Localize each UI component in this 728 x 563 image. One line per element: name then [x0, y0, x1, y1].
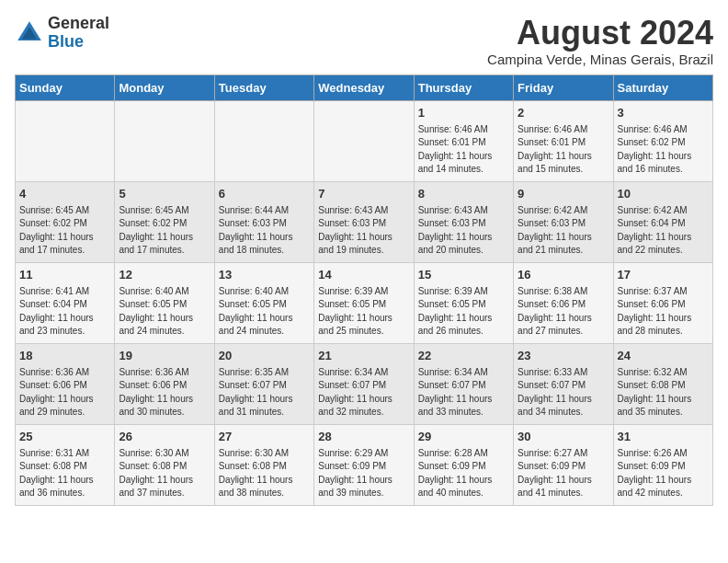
month-title: August 2024 — [487, 15, 713, 52]
day-info: Sunrise: 6:30 AM Sunset: 6:08 PM Dayligh… — [219, 447, 310, 500]
day-number: 9 — [518, 186, 609, 202]
day-info: Sunrise: 6:35 AM Sunset: 6:07 PM Dayligh… — [219, 366, 310, 419]
day-number: 11 — [19, 267, 110, 283]
day-number: 17 — [618, 267, 709, 283]
calendar-cell: 3Sunrise: 6:46 AM Sunset: 6:02 PM Daylig… — [613, 100, 712, 181]
calendar-header-cell: Sunday — [16, 75, 115, 100]
calendar-cell: 18Sunrise: 6:36 AM Sunset: 6:06 PM Dayli… — [16, 343, 115, 424]
calendar-cell — [314, 100, 414, 181]
day-info: Sunrise: 6:42 AM Sunset: 6:03 PM Dayligh… — [518, 204, 609, 258]
calendar-cell: 10Sunrise: 6:42 AM Sunset: 6:04 PM Dayli… — [613, 181, 712, 262]
day-number: 14 — [318, 267, 409, 283]
day-info: Sunrise: 6:45 AM Sunset: 6:02 PM Dayligh… — [19, 204, 110, 258]
calendar-cell — [115, 100, 214, 181]
day-number: 4 — [19, 186, 110, 202]
day-number: 10 — [618, 186, 709, 202]
day-info: Sunrise: 6:27 AM Sunset: 6:09 PM Dayligh… — [518, 447, 609, 500]
calendar-cell: 4Sunrise: 6:45 AM Sunset: 6:02 PM Daylig… — [16, 181, 115, 262]
calendar-cell: 24Sunrise: 6:32 AM Sunset: 6:08 PM Dayli… — [613, 343, 712, 424]
day-number: 28 — [318, 429, 409, 445]
calendar-cell: 17Sunrise: 6:37 AM Sunset: 6:06 PM Dayli… — [613, 262, 712, 343]
day-info: Sunrise: 6:39 AM Sunset: 6:05 PM Dayligh… — [318, 285, 409, 339]
calendar-cell: 2Sunrise: 6:46 AM Sunset: 6:01 PM Daylig… — [514, 100, 613, 181]
calendar-cell: 13Sunrise: 6:40 AM Sunset: 6:05 PM Dayli… — [214, 262, 313, 343]
location-title: Campina Verde, Minas Gerais, Brazil — [487, 52, 713, 67]
day-info: Sunrise: 6:36 AM Sunset: 6:06 PM Dayligh… — [119, 366, 210, 419]
calendar-week-row: 1Sunrise: 6:46 AM Sunset: 6:01 PM Daylig… — [16, 100, 713, 181]
day-info: Sunrise: 6:41 AM Sunset: 6:04 PM Dayligh… — [19, 285, 110, 339]
calendar-cell: 5Sunrise: 6:45 AM Sunset: 6:02 PM Daylig… — [115, 181, 214, 262]
day-info: Sunrise: 6:43 AM Sunset: 6:03 PM Dayligh… — [318, 204, 409, 258]
calendar-week-row: 25Sunrise: 6:31 AM Sunset: 6:08 PM Dayli… — [16, 424, 713, 505]
calendar-cell: 1Sunrise: 6:46 AM Sunset: 6:01 PM Daylig… — [414, 100, 513, 181]
calendar-cell: 28Sunrise: 6:29 AM Sunset: 6:09 PM Dayli… — [314, 424, 414, 505]
calendar-header-cell: Tuesday — [214, 75, 313, 100]
calendar-cell — [16, 100, 115, 181]
calendar-cell: 8Sunrise: 6:43 AM Sunset: 6:03 PM Daylig… — [414, 181, 513, 262]
calendar-cell: 22Sunrise: 6:34 AM Sunset: 6:07 PM Dayli… — [414, 343, 513, 424]
day-info: Sunrise: 6:40 AM Sunset: 6:05 PM Dayligh… — [119, 285, 210, 339]
calendar-header-cell: Friday — [514, 75, 613, 100]
calendar-header-cell: Saturday — [613, 75, 712, 100]
day-number: 1 — [418, 105, 509, 121]
day-number: 31 — [618, 429, 709, 445]
day-info: Sunrise: 6:43 AM Sunset: 6:03 PM Dayligh… — [418, 204, 509, 258]
day-info: Sunrise: 6:32 AM Sunset: 6:08 PM Dayligh… — [618, 366, 709, 419]
calendar-cell: 31Sunrise: 6:26 AM Sunset: 6:09 PM Dayli… — [613, 424, 712, 505]
day-number: 25 — [19, 429, 110, 445]
calendar-table: SundayMondayTuesdayWednesdayThursdayFrid… — [15, 75, 713, 506]
calendar-header-cell: Monday — [115, 75, 214, 100]
calendar-cell: 30Sunrise: 6:27 AM Sunset: 6:09 PM Dayli… — [514, 424, 613, 505]
day-info: Sunrise: 6:36 AM Sunset: 6:06 PM Dayligh… — [19, 366, 110, 419]
day-info: Sunrise: 6:28 AM Sunset: 6:09 PM Dayligh… — [418, 447, 509, 500]
day-number: 5 — [119, 186, 210, 202]
day-info: Sunrise: 6:31 AM Sunset: 6:08 PM Dayligh… — [19, 447, 110, 500]
day-info: Sunrise: 6:33 AM Sunset: 6:07 PM Dayligh… — [518, 366, 609, 419]
day-number: 6 — [219, 186, 310, 202]
calendar-cell: 9Sunrise: 6:42 AM Sunset: 6:03 PM Daylig… — [514, 181, 613, 262]
day-info: Sunrise: 6:45 AM Sunset: 6:02 PM Dayligh… — [119, 204, 210, 258]
calendar-header-cell: Wednesday — [314, 75, 414, 100]
calendar-cell: 23Sunrise: 6:33 AM Sunset: 6:07 PM Dayli… — [514, 343, 613, 424]
calendar-header-cell: Thursday — [414, 75, 513, 100]
day-number: 8 — [418, 186, 509, 202]
day-info: Sunrise: 6:46 AM Sunset: 6:02 PM Dayligh… — [618, 123, 709, 177]
calendar-week-row: 18Sunrise: 6:36 AM Sunset: 6:06 PM Dayli… — [16, 343, 713, 424]
day-number: 29 — [418, 429, 509, 445]
day-info: Sunrise: 6:34 AM Sunset: 6:07 PM Dayligh… — [418, 366, 509, 419]
day-number: 2 — [518, 105, 609, 121]
calendar-cell: 29Sunrise: 6:28 AM Sunset: 6:09 PM Dayli… — [414, 424, 513, 505]
calendar-cell: 27Sunrise: 6:30 AM Sunset: 6:08 PM Dayli… — [214, 424, 313, 505]
calendar-cell: 20Sunrise: 6:35 AM Sunset: 6:07 PM Dayli… — [214, 343, 313, 424]
day-info: Sunrise: 6:34 AM Sunset: 6:07 PM Dayligh… — [318, 366, 409, 419]
day-info: Sunrise: 6:42 AM Sunset: 6:04 PM Dayligh… — [618, 204, 709, 258]
day-info: Sunrise: 6:37 AM Sunset: 6:06 PM Dayligh… — [618, 285, 709, 339]
logo-blue: Blue — [48, 32, 84, 51]
day-number: 15 — [418, 267, 509, 283]
calendar-cell — [214, 100, 313, 181]
calendar-cell: 6Sunrise: 6:44 AM Sunset: 6:03 PM Daylig… — [214, 181, 313, 262]
day-number: 13 — [219, 267, 310, 283]
day-info: Sunrise: 6:46 AM Sunset: 6:01 PM Dayligh… — [518, 123, 609, 177]
calendar-cell: 15Sunrise: 6:39 AM Sunset: 6:05 PM Dayli… — [414, 262, 513, 343]
calendar-cell: 25Sunrise: 6:31 AM Sunset: 6:08 PM Dayli… — [16, 424, 115, 505]
calendar-cell: 11Sunrise: 6:41 AM Sunset: 6:04 PM Dayli… — [16, 262, 115, 343]
day-number: 19 — [119, 348, 210, 364]
day-info: Sunrise: 6:30 AM Sunset: 6:08 PM Dayligh… — [119, 447, 210, 500]
day-number: 22 — [418, 348, 509, 364]
logo-text: General Blue — [48, 15, 109, 52]
day-info: Sunrise: 6:40 AM Sunset: 6:05 PM Dayligh… — [219, 285, 310, 339]
day-number: 27 — [219, 429, 310, 445]
logo-general: General — [48, 14, 109, 32]
title-block: August 2024 Campina Verde, Minas Gerais,… — [487, 15, 713, 67]
calendar-week-row: 11Sunrise: 6:41 AM Sunset: 6:04 PM Dayli… — [16, 262, 713, 343]
day-number: 26 — [119, 429, 210, 445]
day-number: 7 — [318, 186, 409, 202]
day-number: 3 — [618, 105, 709, 121]
day-number: 20 — [219, 348, 310, 364]
logo-icon — [15, 18, 44, 48]
day-info: Sunrise: 6:38 AM Sunset: 6:06 PM Dayligh… — [518, 285, 609, 339]
calendar-week-row: 4Sunrise: 6:45 AM Sunset: 6:02 PM Daylig… — [16, 181, 713, 262]
calendar-header-row: SundayMondayTuesdayWednesdayThursdayFrid… — [16, 75, 713, 100]
day-number: 21 — [318, 348, 409, 364]
